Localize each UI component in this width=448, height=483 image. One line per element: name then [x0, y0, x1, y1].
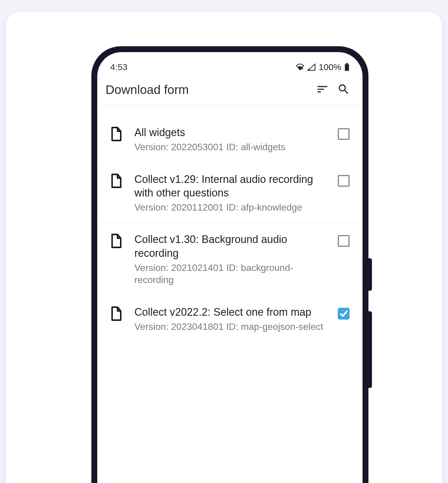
list-item-body: All widgetsVersion: 2022053001 ID: all-w…: [134, 126, 326, 153]
form-title: Collect v1.29: Internal audio recording …: [134, 173, 324, 200]
file-icon: [107, 305, 126, 321]
form-title: Collect v1.30: Background audio recordin…: [134, 233, 324, 260]
svg-rect-0: [308, 69, 310, 70]
svg-rect-2: [345, 64, 349, 71]
status-bar: 4:53: [97, 52, 363, 74]
phone-screen: 4:53: [97, 52, 363, 483]
phone-side-button: [368, 258, 372, 291]
checkbox-wrap: [335, 305, 353, 320]
page-title: Download form: [106, 83, 312, 97]
list-item[interactable]: Collect v1.30: Background audio recordin…: [97, 223, 363, 296]
status-time: 4:53: [110, 62, 127, 72]
phone-frame: 4:53: [91, 46, 368, 483]
page-card: 4:53: [6, 12, 442, 483]
form-title: Collect v2022.2: Select one from map: [134, 305, 324, 319]
app-bar: Download form: [97, 74, 363, 106]
battery-text: 100%: [319, 62, 341, 72]
sort-button[interactable]: [312, 79, 333, 100]
file-icon: [107, 126, 126, 142]
checkbox-wrap: [335, 233, 353, 247]
list-item[interactable]: Collect v2022.2: Select one from mapVers…: [97, 296, 363, 343]
search-icon: [337, 83, 350, 97]
list-item-body: Collect v1.29: Internal audio recording …: [134, 173, 326, 214]
battery-icon: [344, 63, 350, 71]
signal-icon: [307, 64, 316, 71]
file-icon: [107, 233, 126, 249]
sort-icon: [316, 83, 329, 97]
search-button[interactable]: [333, 79, 354, 100]
list-item-body: Collect v1.30: Background audio recordin…: [134, 233, 326, 286]
form-subtitle: Version: 2022053001 ID: all-widgets: [134, 141, 324, 153]
form-checkbox[interactable]: [338, 175, 350, 187]
form-checkbox[interactable]: [338, 308, 350, 320]
file-icon: [107, 173, 126, 188]
phone-side-button: [368, 311, 372, 388]
list-item[interactable]: Collect v1.29: Internal audio recording …: [97, 163, 363, 224]
form-checkbox[interactable]: [338, 128, 350, 140]
checkbox-wrap: [335, 126, 353, 140]
wifi-icon: [296, 64, 304, 71]
form-subtitle: Version: 2021021401 ID: background-recor…: [134, 262, 324, 286]
form-checkbox[interactable]: [338, 235, 350, 247]
form-title: All widgets: [134, 126, 324, 139]
checkbox-wrap: [335, 173, 353, 187]
list-item-body: Collect v2022.2: Select one from mapVers…: [134, 305, 326, 333]
form-subtitle: Version: 2020112001 ID: afp-knowledge: [134, 201, 324, 214]
svg-rect-1: [346, 63, 348, 64]
form-subtitle: Version: 2023041801 ID: map-geojson-sele…: [134, 321, 324, 333]
form-list[interactable]: All widgetsVersion: 2022053001 ID: all-w…: [97, 106, 363, 343]
list-item[interactable]: All widgetsVersion: 2022053001 ID: all-w…: [97, 116, 363, 163]
